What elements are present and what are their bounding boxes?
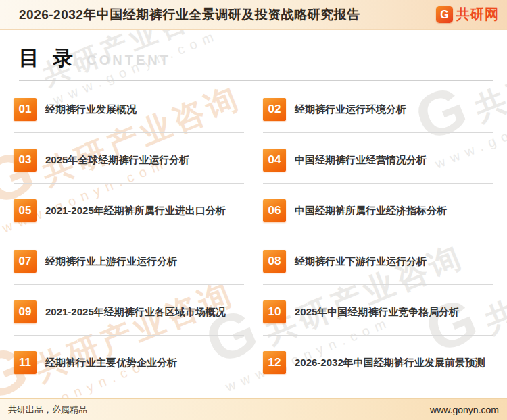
gonyn-logo-g-icon: G (436, 6, 453, 23)
toc-item-05: 05 2021-2025年经期裤所属行业进出口分析 (14, 184, 244, 234)
toc-item-number-badge: 10 (263, 300, 286, 323)
toc-item-number-badge: 04 (263, 149, 286, 172)
toc-item-label: 经期裤行业下游行业运行分析 (295, 254, 427, 269)
toc-item-12: 12 2026-2032年中国经期裤行业发展前景预测 (263, 336, 493, 386)
toc-item-label: 2021-2025年经期裤所属行业进出口分析 (45, 203, 226, 219)
toc-item-number-badge: 03 (14, 149, 37, 172)
toc-item-label: 2026-2032年中国经期裤行业发展前景预测 (295, 355, 485, 371)
toc-item-number-badge: 11 (14, 351, 37, 374)
toc-heading-en: CONTENT (87, 53, 171, 68)
footer-website-link[interactable]: www.gonyn.com (430, 404, 499, 415)
report-toc-page: 共研产业咨询 www.gonyn.com G共研产业咨询 www.gonyn.c… (0, 0, 507, 420)
toc-item-number-badge: 09 (14, 300, 37, 323)
toc-item-label: 2021-2025年经期裤行业各区域市场概况 (45, 305, 226, 320)
toc-item-number-badge: 07 (14, 250, 37, 273)
toc-item-label: 2025年中国经期裤行业竞争格局分析 (295, 305, 459, 320)
gonyn-logo[interactable]: G 共研网 (436, 5, 499, 24)
toc-item-08: 08 经期裤行业下游行业运行分析 (263, 234, 493, 285)
toc-item-label: 经期裤行业运行环境分析 (295, 102, 406, 117)
toc-item-number-badge: 05 (14, 199, 37, 222)
report-title: 2026-2032年中国经期裤行业全景调研及投资战略研究报告 (19, 6, 360, 24)
toc-item-label: 经期裤行业主要优势企业分析 (45, 355, 177, 371)
footer-slogan: 共研出品，必属精品 (8, 404, 87, 416)
toc-item-11: 11 经期裤行业主要优势企业分析 (14, 336, 244, 386)
toc-item-06: 06 中国经期裤所属行业经济指标分析 (263, 184, 493, 234)
toc-item-number-badge: 12 (263, 351, 286, 374)
toc-item-10: 10 2025年中国经期裤行业竞争格局分析 (263, 285, 493, 336)
toc-heading: 目 录 CONTENT (19, 45, 493, 81)
toc-item-label: 中国经期裤所属行业经济指标分析 (295, 203, 447, 219)
toc-item-number-badge: 01 (14, 98, 37, 121)
toc-item-label: 2025年全球经期裤行业运行分析 (45, 153, 189, 168)
toc-item-label: 中国经期裤行业经营情况分析 (295, 153, 427, 168)
toc-grid: 01 经期裤行业发展概况 02 经期裤行业运行环境分析 03 2025年全球经期… (14, 82, 493, 386)
footer-bar: 共研出品，必属精品 www.gonyn.com (0, 398, 507, 420)
toc-item-number-badge: 02 (263, 98, 286, 121)
toc-item-label: 经期裤行业发展概况 (45, 102, 137, 117)
toc-item-07: 07 经期裤行业上游行业运行分析 (14, 234, 244, 285)
toc-item-label: 经期裤行业上游行业运行分析 (45, 254, 177, 269)
toc-item-01: 01 经期裤行业发展概况 (14, 82, 244, 133)
toc-heading-cn: 目 录 (19, 45, 77, 72)
toc-item-03: 03 2025年全球经期裤行业运行分析 (14, 133, 244, 184)
header-bar: 2026-2032年中国经期裤行业全景调研及投资战略研究报告 G 共研网 (0, 0, 507, 30)
toc-item-number-badge: 06 (263, 199, 286, 222)
toc-item-02: 02 经期裤行业运行环境分析 (263, 82, 493, 133)
toc-item-number-badge: 08 (263, 250, 286, 273)
gonyn-logo-text: 共研网 (456, 5, 499, 24)
toc-content: 目 录 CONTENT 01 经期裤行业发展概况 02 经期裤行业运行环境分析 … (0, 30, 507, 398)
toc-item-09: 09 2021-2025年经期裤行业各区域市场概况 (14, 285, 244, 336)
toc-item-04: 04 中国经期裤行业经营情况分析 (263, 133, 493, 184)
